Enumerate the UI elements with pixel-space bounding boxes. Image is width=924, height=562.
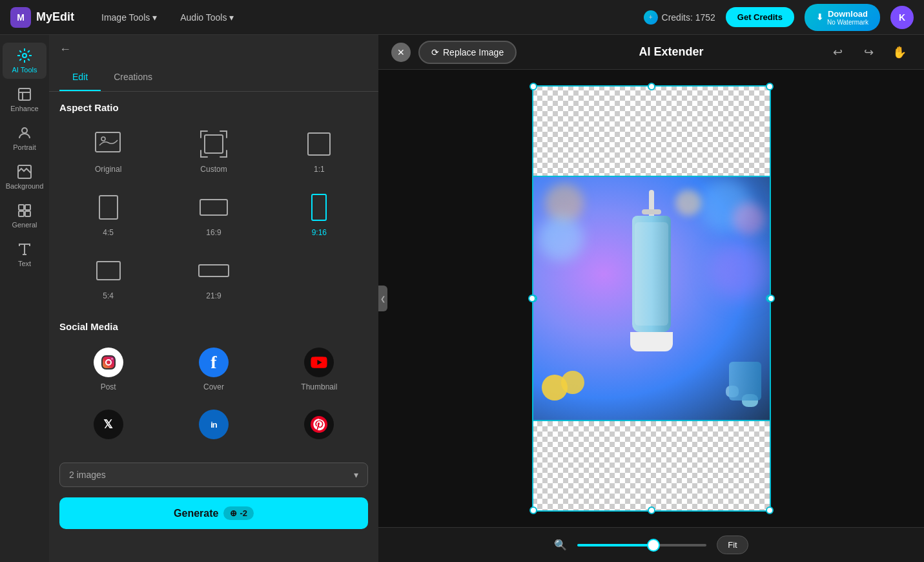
sidebar-item-label: Text — [18, 260, 31, 267]
chevron-down-icon: ▾ — [354, 470, 358, 480]
download-label: Download — [828, 9, 868, 19]
svg-point-13 — [111, 359, 112, 360]
facebook-icon: f — [199, 348, 229, 377]
4-5-shape — [99, 195, 118, 220]
undo-button[interactable]: ↩ — [826, 41, 849, 64]
aspect-ratio-title: Aspect Ratio — [59, 102, 368, 113]
ratio-21-9[interactable]: 21:9 — [165, 250, 262, 306]
background-icon — [17, 164, 32, 180]
social-linkedin[interactable]: in — [165, 404, 262, 450]
ratio-custom[interactable]: Custom — [165, 123, 262, 179]
social-instagram-post[interactable]: Post — [59, 342, 157, 397]
ratio-original[interactable]: landscape icon Original — [59, 123, 157, 179]
hand-tool-button[interactable]: ✋ — [888, 41, 911, 64]
images-dropdown[interactable]: 2 images ▾ — [59, 463, 368, 487]
1-1-shape — [307, 132, 331, 156]
credits-area: + Credits: 1752 — [644, 10, 715, 25]
get-credits-button[interactable]: Get Credits — [726, 7, 794, 27]
original-shape-icon: landscape icon — [94, 131, 123, 157]
social-grid-bottom: 𝕏 in — [59, 404, 368, 450]
fit-button[interactable]: Fit — [717, 536, 748, 554]
sidebar-item-label: General — [12, 221, 37, 229]
ratio-5-4[interactable]: 5:4 — [59, 250, 157, 306]
svg-rect-1 — [19, 88, 30, 100]
tab-creations[interactable]: Creations — [101, 64, 165, 91]
generate-button[interactable]: Generate ⊕ -2 — [59, 497, 368, 529]
download-sublabel: No Watermark — [827, 19, 868, 26]
image-left-handle[interactable] — [528, 295, 536, 302]
ratio-16-9[interactable]: 16:9 — [165, 187, 262, 242]
chevron-down-icon: ▾ — [229, 12, 234, 23]
sidebar-item-background[interactable]: Background — [3, 159, 46, 195]
images-dropdown-value: 2 images — [69, 470, 106, 480]
close-button[interactable]: ✕ — [391, 43, 411, 62]
canvas-toolbar: ✕ ⟳ Replace Image AI Extender ↩ ↪ ✋ — [378, 35, 924, 70]
instagram-icon — [94, 348, 123, 377]
audio-tools-menu[interactable]: Audio Tools ▾ — [174, 8, 240, 26]
canvas-area: ✕ ⟳ Replace Image AI Extender ↩ ↪ ✋ — [378, 35, 924, 562]
canvas-main — [378, 70, 924, 527]
social-grid-top: Post f Cover Thumbnail — [59, 342, 368, 397]
21-9-shape — [198, 264, 229, 277]
ratio-21-9-label: 21:9 — [206, 291, 221, 300]
social-media-section: Social Media — [59, 321, 368, 450]
image-right-handle[interactable] — [767, 295, 775, 302]
panel-back-button[interactable]: ← — [59, 43, 71, 56]
icon-sidebar: AI Tools Enhance Portrait Background Gen… — [0, 35, 49, 562]
sidebar-item-label: Portrait — [13, 143, 36, 151]
topnav: M MyEdit Image Tools ▾ Audio Tools ▾ + C… — [0, 0, 924, 35]
panel-content: Aspect Ratio landscape icon — [49, 92, 378, 562]
replace-image-button[interactable]: ⟳ Replace Image — [418, 41, 517, 64]
image-frame — [532, 176, 771, 421]
9-16-shape — [311, 194, 327, 221]
social-youtube-thumbnail[interactable]: Thumbnail — [271, 342, 368, 397]
bottom-extension-area — [532, 421, 771, 512]
general-icon — [17, 203, 32, 218]
panel-tabs: Edit Creations — [49, 64, 378, 92]
enhance-icon — [17, 87, 32, 102]
social-pinterest[interactable] — [271, 404, 368, 450]
zoom-icon: 🔍 — [554, 539, 567, 551]
sidebar-item-label: Enhance — [10, 105, 38, 112]
ratio-4-5[interactable]: 4:5 — [59, 187, 157, 242]
16-9-shape — [200, 199, 228, 216]
svg-rect-7 — [25, 211, 30, 216]
logo-area: M MyEdit — [10, 7, 74, 28]
tab-edit[interactable]: Edit — [59, 64, 101, 91]
chevron-down-icon: ▾ — [152, 12, 157, 23]
sidebar-item-text[interactable]: Text — [3, 236, 46, 273]
sidebar-item-ai-tools[interactable]: AI Tools — [3, 43, 46, 79]
portrait-icon — [17, 125, 32, 141]
zoom-slider[interactable] — [577, 544, 706, 546]
ratio-grid: landscape icon Original — [59, 123, 368, 306]
svg-point-2 — [22, 128, 27, 133]
logo-text: MyEdit — [36, 10, 74, 24]
image-tools-menu[interactable]: Image Tools ▾ — [95, 8, 163, 26]
images-dropdown-row: 2 images ▾ — [59, 463, 368, 487]
5-4-shape — [96, 261, 121, 280]
social-media-title: Social Media — [59, 321, 368, 332]
sidebar-item-enhance[interactable]: Enhance — [3, 81, 46, 118]
svg-rect-10 — [205, 135, 223, 153]
ratio-16-9-label: 16:9 — [206, 228, 221, 237]
ratio-9-16[interactable]: 9:16 — [271, 187, 368, 242]
canvas-title: AI Extender — [524, 45, 818, 59]
ratio-1-1[interactable]: 1:1 — [271, 123, 368, 179]
sidebar-item-label: Background — [6, 182, 44, 190]
custom-shape-icon — [200, 130, 228, 158]
replace-image-label: Replace Image — [443, 47, 504, 57]
social-twitter[interactable]: 𝕏 — [59, 404, 157, 450]
ratio-custom-label: Custom — [200, 165, 227, 174]
avatar-button[interactable]: K — [890, 6, 914, 29]
logo-icon: M — [10, 7, 31, 28]
social-facebook-cover[interactable]: f Cover — [165, 342, 262, 397]
panel-collapse-handle[interactable] — [378, 286, 387, 311]
sidebar-item-general[interactable]: General — [3, 198, 46, 234]
download-button[interactable]: ⬇ Download No Watermark — [805, 4, 880, 31]
ratio-5-4-label: 5:4 — [103, 291, 114, 300]
sidebar-item-portrait[interactable]: Portrait — [3, 120, 46, 156]
pinterest-icon — [304, 410, 334, 439]
instagram-post-label: Post — [101, 382, 116, 391]
redo-button[interactable]: ↪ — [857, 41, 880, 64]
facebook-cover-label: Cover — [203, 382, 224, 391]
